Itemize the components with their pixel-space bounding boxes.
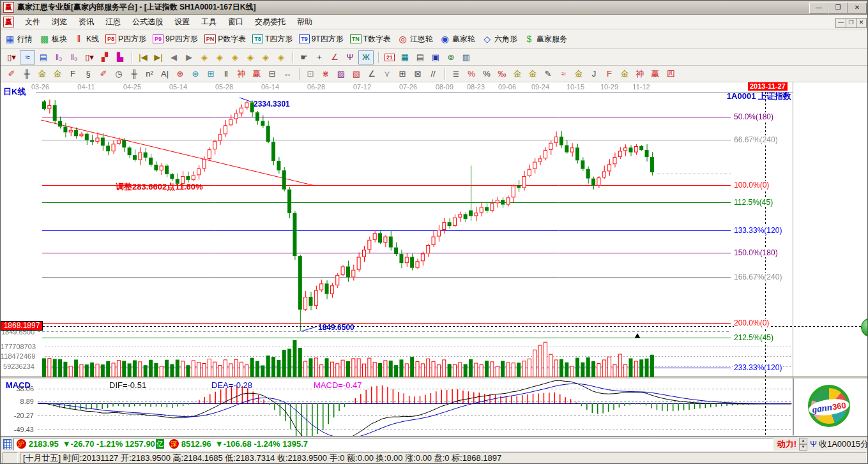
minimize-button[interactable]: — — [809, 3, 828, 14]
toolbar-item-winner-service[interactable]: $赢家服务 — [524, 34, 567, 45]
calculator-button[interactable]: ▦ — [398, 51, 412, 64]
workstation-button[interactable]: ▥ — [459, 51, 473, 64]
shade-box2-button[interactable]: ▧ — [349, 68, 363, 80]
brush-tool-button[interactable]: ✎ — [541, 68, 555, 80]
angle-tool-button[interactable]: ∠ — [328, 51, 342, 64]
candle-type-button[interactable]: ▯▾ — [82, 51, 96, 64]
fractal-tool-button[interactable]: Ψ — [343, 51, 357, 64]
menu-item-3[interactable]: 江恩 — [100, 15, 126, 29]
diamond-left-button[interactable]: ◈ — [197, 51, 211, 64]
wave-check-button[interactable]: ⋎ — [380, 68, 394, 80]
toolbar-item-p-table[interactable]: PNP数字表 — [204, 34, 247, 45]
cycle-clock-button[interactable]: ◷ — [112, 68, 126, 80]
restore-button[interactable]: ❐ — [828, 3, 848, 14]
close-cycle-label[interactable]: 收1A00015分 — [819, 438, 868, 450]
angle-line-button[interactable]: ∠ — [365, 68, 379, 80]
symbol-label[interactable]: 1A0001 上证指数 — [727, 91, 791, 102]
shen-angle-button[interactable]: 神 — [633, 68, 647, 80]
go-last-button[interactable]: ▶| — [151, 51, 165, 64]
toolbar-item-kline[interactable]: ‖K线 — [73, 34, 99, 45]
pct-tool-button[interactable]: % — [480, 68, 494, 80]
go-first-button[interactable]: |◀ — [136, 51, 150, 64]
menu-item-9[interactable]: 帮助 — [291, 15, 318, 29]
toolbar-item-t-square[interactable]: T8T四方形 — [252, 34, 293, 45]
gold-angle-button[interactable]: 金 — [572, 68, 586, 80]
zigzag-view-button[interactable]: ≈ — [20, 50, 35, 64]
wave-tool-button[interactable]: ≈ — [556, 68, 570, 80]
child-restore-button[interactable]: ❐ — [846, 18, 857, 28]
candle-style-button[interactable]: ▯▾ — [4, 51, 19, 64]
jin-angle-button[interactable]: 金 — [618, 68, 632, 80]
calendar-button[interactable]: 21 — [383, 51, 397, 64]
toolbar-item-9t-square[interactable]: T99T四方形 — [299, 34, 344, 45]
shenzhen-badge[interactable]: 深 — [169, 439, 179, 449]
gold-ruler-2-button[interactable]: 金 — [50, 68, 65, 80]
diamond-h-button[interactable]: ◈ — [228, 51, 242, 64]
child-minimize-button[interactable]: — — [835, 18, 846, 28]
pct-strike-button[interactable]: % — [464, 68, 478, 80]
tick-ruler-button[interactable]: ╫ — [127, 68, 141, 80]
spinner-up-icon[interactable]: ▲ — [799, 438, 807, 444]
diamond-x-button[interactable]: ◈ — [243, 51, 257, 64]
parallel-lines-button[interactable]: // — [426, 68, 440, 80]
shade-box-button[interactable]: ▨ — [334, 68, 348, 80]
span-arrow-button[interactable]: ↔ — [280, 68, 294, 80]
crosshair-tool-button[interactable]: + — [312, 51, 326, 64]
f-angle-button[interactable]: F — [602, 68, 616, 80]
caliper-button[interactable]: ╫ — [20, 68, 34, 80]
menu-item-6[interactable]: 工具 — [195, 15, 222, 29]
knife-tool-button[interactable]: ✐ — [96, 68, 110, 80]
toolbar-item-quotes[interactable]: ▦行情 — [4, 34, 33, 45]
frame-tool-button[interactable]: ⊡ — [303, 68, 317, 80]
gold-line-button[interactable]: 金 — [526, 68, 540, 80]
web-data-button[interactable]: ⊚ — [444, 51, 458, 64]
toolbar-item-p-square[interactable]: P8P四方形 — [105, 34, 146, 45]
menu-item-2[interactable]: 资讯 — [73, 15, 100, 29]
menu-item-8[interactable]: 交易委托 — [249, 15, 291, 29]
menu-item-1[interactable]: 浏览 — [46, 15, 73, 29]
compare-tool-button[interactable]: ≣ — [449, 68, 463, 80]
pen-tool-button[interactable]: ✐ — [4, 68, 19, 80]
toolbar-item-t-table[interactable]: TNT数字表 — [350, 34, 391, 45]
child-close-button[interactable]: ✕ — [856, 18, 867, 28]
si-angle-button[interactable]: 四 — [664, 68, 678, 80]
gold-circle-button[interactable]: 金 — [510, 68, 524, 80]
f-ruler-button[interactable]: F — [66, 68, 80, 80]
colored-histogram-button[interactable]: ▙ — [113, 51, 127, 64]
menu-item-4[interactable]: 公式选股 — [126, 15, 169, 29]
notes-button[interactable]: ▤ — [413, 51, 427, 64]
grid-big-button[interactable]: ⊞ — [395, 68, 409, 80]
grid-box-button[interactable]: ⊞ — [204, 68, 218, 80]
go-prev-button[interactable]: ◀ — [167, 51, 181, 64]
grid-icon[interactable] — [3, 439, 11, 449]
save-button[interactable]: ▣ — [429, 51, 443, 64]
bars-9-button[interactable]: ‖₉ — [67, 51, 81, 64]
shen-tool-button[interactable]: 神 — [234, 68, 248, 80]
ruler-123-button[interactable]: ⊟ — [265, 68, 279, 80]
toolbar-item-hexagon[interactable]: ◇六角形 — [482, 34, 517, 45]
permille-tool-button[interactable]: ‰ — [495, 68, 509, 80]
gann-fan-button[interactable]: ⋇ — [319, 68, 333, 80]
spinner-down-icon[interactable]: ▼ — [799, 444, 807, 451]
close-button[interactable]: ✕ — [848, 3, 867, 14]
n2-tool-button[interactable]: n² — [142, 68, 156, 80]
go-next-button[interactable]: ▶ — [182, 51, 196, 64]
gold-ruler-1-button[interactable]: 金 — [35, 68, 49, 80]
text-tool-button[interactable]: A| — [158, 68, 172, 80]
kline-mark-button[interactable]: Ⅱ — [219, 68, 233, 80]
period-label[interactable]: 日K线 — [3, 86, 26, 98]
toolbar-item-sectors[interactable]: ▩板块 — [39, 34, 67, 45]
star-web-button[interactable]: ⊛ — [188, 68, 202, 80]
grid-x-button[interactable]: ⊠ — [411, 68, 425, 80]
menu-item-5[interactable]: 设置 — [169, 15, 195, 29]
ying-tool-button[interactable]: 赢 — [250, 68, 264, 80]
brain-tool-button[interactable]: Ж — [358, 50, 374, 64]
circle-cross-button[interactable]: ⊕ — [173, 68, 187, 80]
j-angle-button[interactable]: J — [587, 68, 601, 80]
toolbar-item-winner-wheel[interactable]: ◉赢家轮 — [439, 34, 475, 45]
menu-item-0[interactable]: 文件 — [19, 15, 46, 29]
hand-tool-button[interactable]: ☛ — [297, 51, 311, 64]
diamond-right-button[interactable]: ◈ — [213, 51, 227, 64]
diamond-all-button[interactable]: ◈ — [274, 51, 288, 64]
period-spinner[interactable]: ▲ ▼ — [799, 438, 807, 451]
